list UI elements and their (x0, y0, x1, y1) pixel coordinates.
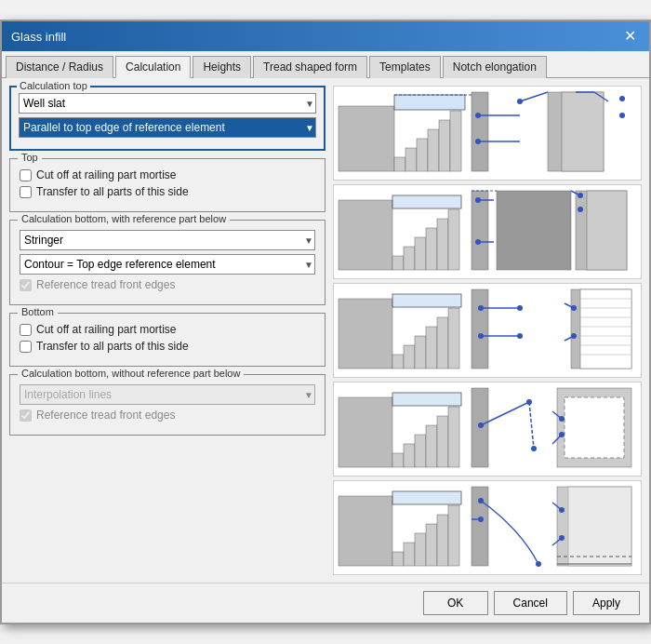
svg-point-21 (619, 113, 625, 118)
bottom-group: Bottom Cut off at railing part mortise T… (9, 313, 326, 367)
calc-bottom-with-label: Calculation bottom, with reference part … (18, 213, 230, 224)
diagram-5-svg (334, 482, 641, 573)
svg-rect-27 (437, 219, 448, 270)
ok-button[interactable]: OK (423, 591, 488, 615)
calc-bottom-with-checkbox-row: Reference tread front edges (20, 278, 315, 291)
close-button[interactable]: ✕ (620, 27, 640, 46)
svg-rect-77 (392, 393, 461, 406)
diagram-3-svg (334, 285, 641, 376)
svg-rect-43 (392, 355, 404, 369)
svg-rect-5 (439, 120, 450, 171)
bottom-group-label: Bottom (18, 306, 58, 317)
svg-rect-47 (437, 317, 448, 369)
svg-point-53 (478, 305, 484, 311)
svg-rect-97 (392, 491, 461, 504)
tab-calculation[interactable]: Calculation (115, 56, 191, 78)
bottom-checkbox2-row[interactable]: Transfer to all parts of this side (20, 340, 315, 353)
svg-point-13 (475, 139, 481, 144)
svg-rect-1 (394, 157, 405, 171)
calc-bottom-without-checkbox-label: Reference tread front edges (36, 409, 175, 422)
top-checkbox2-row[interactable]: Transfer to all parts of this side (20, 185, 315, 198)
top-group: Top Cut off at railing part mortise Tran… (9, 158, 326, 212)
svg-rect-75 (437, 416, 448, 467)
svg-rect-31 (497, 191, 571, 270)
svg-rect-50 (472, 289, 488, 369)
svg-rect-94 (426, 524, 437, 566)
svg-rect-76 (448, 407, 459, 467)
svg-rect-22 (339, 200, 392, 270)
svg-rect-7 (394, 95, 465, 110)
svg-point-35 (475, 239, 481, 245)
svg-point-88 (559, 416, 565, 422)
calc-bottom-with-dropdown1[interactable]: Stringer Well slat Railing (20, 230, 315, 250)
calc-bottom-without-dropdown: Interpolation lines Stringer Well slat (20, 384, 315, 405)
diagram-4 (333, 382, 642, 476)
svg-point-12 (475, 113, 481, 118)
svg-rect-85 (565, 397, 624, 458)
calc-bottom-without-group: Calculation bottom, without reference pa… (9, 374, 326, 436)
diagram-2 (333, 184, 642, 279)
calc-top-group: Calculation top Well slat Stringer Raili… (9, 86, 326, 151)
svg-rect-58 (580, 289, 631, 369)
svg-rect-3 (417, 139, 428, 171)
svg-rect-45 (415, 336, 426, 369)
svg-rect-91 (392, 552, 404, 566)
tab-distance-radius[interactable]: Distance / Radius (6, 56, 113, 78)
svg-point-83 (531, 446, 537, 451)
diagram-1-svg (334, 87, 641, 179)
svg-rect-23 (392, 256, 404, 270)
top-checkbox2[interactable] (20, 186, 32, 198)
bottom-checkbox1[interactable] (20, 324, 32, 336)
svg-rect-44 (404, 345, 415, 369)
top-checkbox1-row[interactable]: Cut off at railing part mortise (20, 168, 315, 181)
svg-point-55 (517, 305, 523, 311)
bottom-checkbox1-row[interactable]: Cut off at railing part mortise (20, 323, 315, 336)
calc-bottom-without-checkbox-row: Reference tread front edges (20, 409, 315, 422)
tab-heights[interactable]: Heights (193, 56, 251, 78)
dialog-title: Glass infill (11, 30, 66, 44)
svg-rect-6 (450, 111, 461, 171)
svg-point-108 (559, 507, 565, 513)
svg-rect-30 (472, 191, 488, 270)
calc-top-dropdown1[interactable]: Well slat Stringer Railing (19, 93, 316, 114)
svg-point-56 (517, 333, 523, 339)
tab-tread-shaped-form[interactable]: Tread shaped form (253, 56, 367, 78)
calc-top-label: Calculation top (17, 80, 90, 91)
apply-button[interactable]: Apply (573, 591, 640, 615)
svg-rect-0 (339, 106, 394, 171)
svg-rect-96 (448, 505, 459, 566)
svg-line-10 (520, 92, 548, 101)
svg-rect-28 (448, 209, 459, 270)
calc-top-dropdown2-wrapper: Parallel to top edge of reference elemen… (19, 117, 316, 138)
svg-point-14 (517, 99, 523, 104)
svg-point-54 (478, 333, 484, 339)
svg-line-80 (529, 402, 534, 449)
svg-point-40 (578, 207, 583, 212)
svg-rect-93 (415, 533, 426, 566)
top-checkbox1-label: Cut off at railing part mortise (36, 168, 177, 181)
svg-point-89 (559, 432, 565, 437)
svg-rect-46 (426, 327, 437, 369)
top-checkbox1[interactable] (20, 169, 32, 181)
svg-rect-95 (437, 515, 448, 566)
top-checkbox2-label: Transfer to all parts of this side (36, 185, 189, 198)
title-bar: Glass infill ✕ (2, 21, 649, 51)
tab-notch-elongation[interactable]: Notch elongation (443, 56, 547, 78)
svg-rect-73 (415, 435, 426, 467)
svg-rect-92 (404, 543, 415, 566)
tab-bar: Distance / Radius Calculation Heights Tr… (2, 51, 649, 78)
calc-bottom-with-dropdown1-wrapper: Stringer Well slat Railing ▼ (20, 230, 315, 250)
tab-templates[interactable]: Templates (369, 56, 441, 78)
svg-rect-72 (404, 444, 415, 467)
svg-rect-24 (404, 247, 415, 270)
svg-point-81 (478, 423, 484, 428)
svg-point-110 (559, 535, 565, 541)
calc-bottom-with-dropdown2[interactable]: Contour = Top edge reference element Par… (20, 254, 315, 275)
svg-rect-70 (339, 397, 392, 467)
svg-rect-42 (339, 299, 392, 369)
calc-top-dropdown2[interactable]: Parallel to top edge of reference elemen… (19, 117, 316, 138)
calc-bottom-without-dropdown-wrapper: Interpolation lines Stringer Well slat ▼ (20, 384, 315, 405)
bottom-checkbox2[interactable] (20, 341, 32, 353)
cancel-button[interactable]: Cancel (494, 591, 567, 615)
diagram-2-svg (334, 186, 641, 277)
